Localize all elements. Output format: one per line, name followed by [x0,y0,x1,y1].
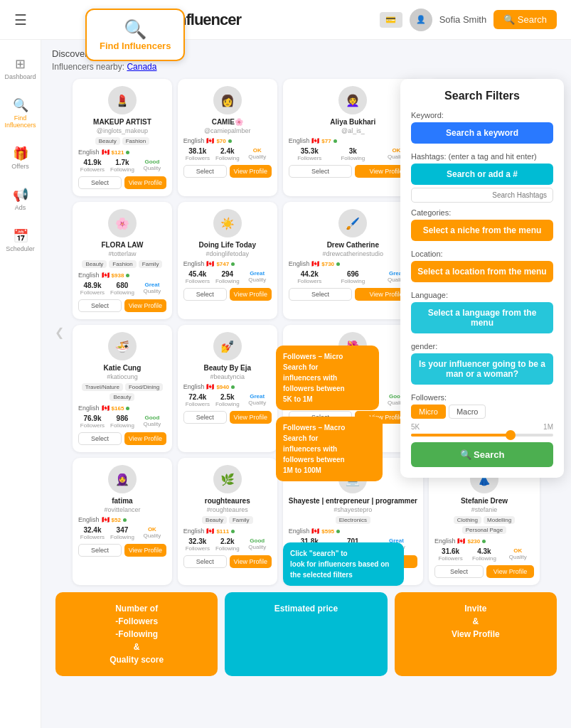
lang-flag: English [78,272,100,279]
avatar: 🍜 [108,332,137,360]
lang-flag: English [289,383,310,390]
card-actions: Select View Profile [78,176,166,189]
card-stats: 48.9k Followers 680 Following Great Qual… [78,282,166,296]
language-label: Language: [411,291,553,299]
price-info: $165 [112,405,124,412]
influencer-card: 🌸 FLORA LAW #totterlaw BeautyFashionFami… [73,202,172,319]
view-profile-button[interactable]: View Profile [124,432,166,445]
country-flag: 🇨🇦 [311,137,319,144]
keyword-button[interactable]: Search a keyword [411,122,553,144]
card-stats: 72.4k Followers 2.5k Following Great Qua… [183,393,272,407]
lang-flag: English [434,537,456,545]
view-profile-button[interactable]: View Profile [230,555,272,568]
view-profile-button[interactable]: View Profile [230,288,272,301]
annotation-followers: Number of -Followers -Following & Qualit… [55,592,218,676]
range-slider[interactable] [411,434,553,437]
verified-dot [126,274,129,277]
categories-label: Categories: [411,208,553,217]
bottom-annotations: Number of -Followers -Following & Qualit… [52,592,560,676]
hashtag-button[interactable]: Search or add a # [411,164,553,185]
view-profile-button[interactable]: View Profile [124,299,166,312]
country-flag: 🇨🇦 [206,137,214,144]
sidebar-label-offers: Offers [11,163,28,170]
price-info: $730 [321,261,334,267]
gender-button[interactable]: Is your influencer going to be a man or … [411,353,553,385]
influencer-card: 🌿 roughteaures #roughteaures BeautyFamil… [178,458,277,585]
card-meta: English 🇨🇦 $730 [289,260,417,267]
keyword-label: Keyword: [411,111,553,119]
verified-dot [336,262,340,266]
view-profile-button[interactable]: View Profile [230,411,272,424]
card-handle: #doinglifetoday [183,250,272,257]
select-button[interactable]: Select [289,165,353,178]
followers-label: Followers [289,278,331,284]
location-label: Location: [411,250,553,258]
country-flag: 🇨🇦 [102,516,110,523]
influencer-card: 🍜 Katie Cung #katiocung Travel/NatureFoo… [73,325,172,452]
micro-toggle[interactable]: Micro [411,405,446,419]
card-meta: English 🇨🇦 $52 [78,516,166,523]
select-button[interactable]: Select [434,565,484,578]
menu-icon[interactable]: ☰ [14,11,27,28]
card-name: Aliya Bukhari [289,118,417,126]
country-flag: 🇨🇦 [311,528,319,535]
select-button[interactable]: Select [78,299,122,312]
select-button[interactable]: Select [183,165,227,178]
macro-toggle[interactable]: Macro [449,405,486,419]
location-button[interactable]: Select a location from the menu [411,261,553,282]
hashtag-search-input[interactable] [411,188,553,203]
sidebar-label-ads: Ads [15,204,26,211]
card-handle: #shayestepro [289,506,417,513]
following-val: 1.7k [108,159,137,166]
card-handle: @al_is_ [289,127,417,134]
select-button[interactable]: Select [78,544,122,557]
card-handle: @inglots_makeup [78,127,166,134]
select-button[interactable]: Select [183,555,227,568]
influencer-card: 🧕 fatima #ovittelancer English 🇨🇦 $52 32… [73,458,172,585]
sidebar-item-offers[interactable]: 🎁 Offers [3,140,38,176]
card-tag: Modelling [484,516,515,524]
select-button[interactable]: Select [78,432,122,445]
view-profile-button[interactable]: View Profile [355,555,417,568]
select-button[interactable]: Select [78,176,122,189]
card-tags: BeautyFashion [78,137,166,145]
sidebar-item-ads[interactable]: 📢 Ads [3,181,38,217]
sidebar-item-dashboard[interactable]: ⊞ Dashboard [3,50,38,86]
header-search-button[interactable]: 🔍 Search [493,10,557,29]
view-profile-button[interactable]: View Profile [124,176,166,189]
verified-dot [336,385,340,389]
card-stats: 44.2k Followers 696 Following Great Qual… [289,270,417,284]
card-stats: 76.9k Followers 986 Following Good Quali… [78,414,166,429]
search-main-button[interactable]: 🔍 Search [411,442,553,467]
grid-prev-arrow[interactable]: ❮ [52,79,67,585]
categories-button[interactable]: Select a niche from the menu [411,220,553,241]
main-layout: ⊞ Dashboard 🔍 FindInfluencers 🎁 Offers 📢… [0,40,571,728]
following-label: Following [332,278,374,284]
language-button[interactable]: Select a language from the menu [411,302,553,333]
select-button[interactable]: Select [183,288,227,301]
view-profile-button[interactable]: View Profile [486,565,534,578]
following-val: 2.4k [213,147,242,155]
sidebar-item-scheduler[interactable]: 📅 Scheduler [3,223,38,258]
influencer-card: 💻 Shayeste | entrepreneur | programmer #… [283,458,423,585]
view-profile-button[interactable]: View Profile [230,165,272,178]
card-tags: BeautyFamily [183,516,272,524]
followers-label: Followers [289,545,331,552]
view-profile-button[interactable]: View Profile [124,544,166,557]
followers-val: 45.4k [183,270,212,278]
select-button[interactable]: Select [289,288,353,301]
select-button[interactable]: Select [183,411,227,424]
find-influencers-icon: 🔍 [13,97,28,113]
followers-label: Followers [183,545,212,552]
card-actions: Select View Profile [183,288,272,301]
price-info: $77 [321,138,331,144]
avatar: 🧕 [108,465,137,493]
select-button[interactable]: Select [289,411,353,424]
sidebar-item-find-influencers[interactable]: 🔍 FindInfluencers [3,92,38,134]
card-stats: 31.8k Followers 701 Following Great Qual… [289,537,417,552]
find-influencers-card[interactable]: 🔍 Find Influencers [85,9,185,61]
select-button[interactable]: Select [289,555,353,568]
country-link[interactable]: Canada [127,62,156,72]
influencer-card: ☀️ Doing Life Today #doinglifetoday Engl… [178,202,277,319]
card-icon[interactable]: 💳 [380,12,402,28]
